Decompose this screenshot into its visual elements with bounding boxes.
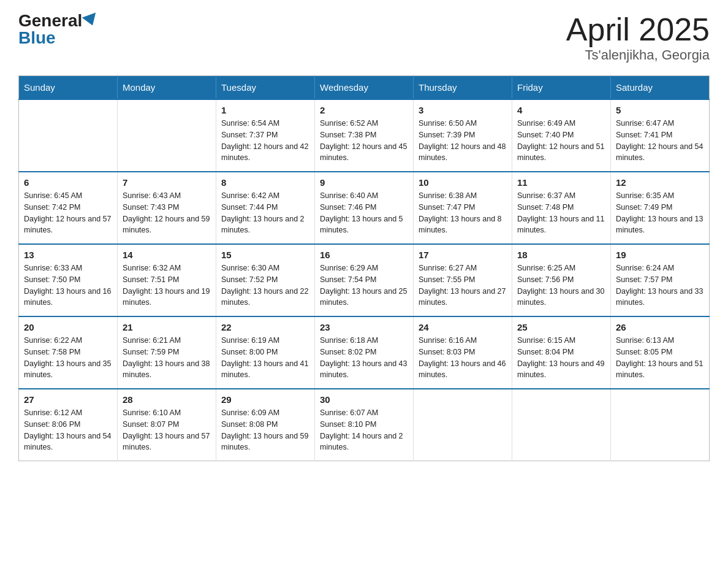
day-info: Sunrise: 6:35 AMSunset: 7:49 PMDaylight:… [616,190,704,236]
calendar-header-saturday: Saturday [611,76,710,100]
logo: General Blue [18,12,98,47]
day-info: Sunrise: 6:50 AMSunset: 7:39 PMDaylight:… [419,118,507,164]
calendar-cell: 10Sunrise: 6:38 AMSunset: 7:47 PMDayligh… [414,172,512,244]
day-number: 25 [517,322,605,332]
day-number: 28 [123,394,211,405]
day-number: 10 [419,177,507,188]
calendar-cell: 23Sunrise: 6:18 AMSunset: 8:02 PMDayligh… [315,316,414,389]
day-number: 13 [24,250,112,260]
calendar-cell: 27Sunrise: 6:12 AMSunset: 8:06 PMDayligh… [19,389,118,461]
calendar-cell: 9Sunrise: 6:40 AMSunset: 7:46 PMDaylight… [315,172,414,244]
day-info: Sunrise: 6:07 AMSunset: 8:10 PMDaylight:… [320,407,408,453]
calendar-header-monday: Monday [118,76,216,100]
day-number: 23 [320,322,408,332]
day-number: 30 [320,394,408,405]
page-header: General Blue April 2025 Ts'alenjikha, Ge… [18,12,710,63]
day-number: 29 [221,394,309,405]
day-number: 21 [123,322,211,332]
day-info: Sunrise: 6:54 AMSunset: 7:37 PMDaylight:… [221,118,309,164]
calendar-header-friday: Friday [512,76,611,100]
day-info: Sunrise: 6:10 AMSunset: 8:07 PMDaylight:… [123,407,211,453]
day-info: Sunrise: 6:25 AMSunset: 7:56 PMDaylight:… [517,262,605,308]
calendar-header-tuesday: Tuesday [216,76,315,100]
day-info: Sunrise: 6:22 AMSunset: 7:58 PMDaylight:… [24,335,112,381]
calendar-cell: 4Sunrise: 6:49 AMSunset: 7:40 PMDaylight… [512,99,611,172]
day-info: Sunrise: 6:16 AMSunset: 8:03 PMDaylight:… [419,335,507,381]
day-info: Sunrise: 6:32 AMSunset: 7:51 PMDaylight:… [123,262,211,308]
calendar-cell: 12Sunrise: 6:35 AMSunset: 7:49 PMDayligh… [611,172,710,244]
day-number: 8 [221,177,309,188]
calendar-header-sunday: Sunday [19,76,118,100]
calendar-cell: 25Sunrise: 6:15 AMSunset: 8:04 PMDayligh… [512,316,611,389]
calendar-week-row: 13Sunrise: 6:33 AMSunset: 7:50 PMDayligh… [19,244,710,316]
calendar-cell: 20Sunrise: 6:22 AMSunset: 7:58 PMDayligh… [19,316,118,389]
calendar-cell: 26Sunrise: 6:13 AMSunset: 8:05 PMDayligh… [611,316,710,389]
day-number: 16 [320,250,408,260]
calendar-cell: 18Sunrise: 6:25 AMSunset: 7:56 PMDayligh… [512,244,611,316]
calendar-cell: 29Sunrise: 6:09 AMSunset: 8:08 PMDayligh… [216,389,315,461]
calendar-cell: 8Sunrise: 6:42 AMSunset: 7:44 PMDaylight… [216,172,315,244]
calendar-cell: 16Sunrise: 6:29 AMSunset: 7:54 PMDayligh… [315,244,414,316]
day-number: 24 [419,322,507,332]
day-info: Sunrise: 6:37 AMSunset: 7:48 PMDaylight:… [517,190,605,236]
day-number: 14 [123,250,211,260]
page-subtitle: Ts'alenjikha, Georgia [566,47,710,63]
day-info: Sunrise: 6:30 AMSunset: 7:52 PMDaylight:… [221,262,309,308]
day-info: Sunrise: 6:49 AMSunset: 7:40 PMDaylight:… [517,118,605,164]
calendar-cell: 14Sunrise: 6:32 AMSunset: 7:51 PMDayligh… [118,244,216,316]
calendar-cell: 15Sunrise: 6:30 AMSunset: 7:52 PMDayligh… [216,244,315,316]
day-info: Sunrise: 6:09 AMSunset: 8:08 PMDaylight:… [221,407,309,453]
calendar-cell [19,99,118,172]
day-info: Sunrise: 6:18 AMSunset: 8:02 PMDaylight:… [320,335,408,381]
logo-blue: Blue [18,29,98,47]
day-info: Sunrise: 6:24 AMSunset: 7:57 PMDaylight:… [616,262,704,308]
calendar-cell: 2Sunrise: 6:52 AMSunset: 7:38 PMDaylight… [315,99,414,172]
day-info: Sunrise: 6:52 AMSunset: 7:38 PMDaylight:… [320,118,408,164]
day-info: Sunrise: 6:27 AMSunset: 7:55 PMDaylight:… [419,262,507,308]
title-block: April 2025 Ts'alenjikha, Georgia [566,12,710,63]
day-number: 2 [320,105,408,115]
calendar-cell: 24Sunrise: 6:16 AMSunset: 8:03 PMDayligh… [414,316,512,389]
day-info: Sunrise: 6:45 AMSunset: 7:42 PMDaylight:… [24,190,112,236]
calendar-table: SundayMondayTuesdayWednesdayThursdayFrid… [18,75,710,461]
calendar-cell [512,389,611,461]
calendar-cell: 30Sunrise: 6:07 AMSunset: 8:10 PMDayligh… [315,389,414,461]
day-number: 15 [221,250,309,260]
day-info: Sunrise: 6:47 AMSunset: 7:41 PMDaylight:… [616,118,704,164]
day-number: 26 [616,322,704,332]
day-number: 11 [517,177,605,188]
day-info: Sunrise: 6:42 AMSunset: 7:44 PMDaylight:… [221,190,309,236]
calendar-cell: 5Sunrise: 6:47 AMSunset: 7:41 PMDaylight… [611,99,710,172]
calendar-cell: 28Sunrise: 6:10 AMSunset: 8:07 PMDayligh… [118,389,216,461]
day-number: 1 [221,105,309,115]
day-number: 17 [419,250,507,260]
day-number: 3 [419,105,507,115]
day-number: 7 [123,177,211,188]
day-info: Sunrise: 6:29 AMSunset: 7:54 PMDaylight:… [320,262,408,308]
day-number: 18 [517,250,605,260]
day-info: Sunrise: 6:33 AMSunset: 7:50 PMDaylight:… [24,262,112,308]
calendar-header-row: SundayMondayTuesdayWednesdayThursdayFrid… [19,76,710,100]
calendar-cell: 7Sunrise: 6:43 AMSunset: 7:43 PMDaylight… [118,172,216,244]
day-info: Sunrise: 6:40 AMSunset: 7:46 PMDaylight:… [320,190,408,236]
calendar-week-row: 27Sunrise: 6:12 AMSunset: 8:06 PMDayligh… [19,389,710,461]
calendar-cell: 19Sunrise: 6:24 AMSunset: 7:57 PMDayligh… [611,244,710,316]
calendar-cell: 6Sunrise: 6:45 AMSunset: 7:42 PMDaylight… [19,172,118,244]
calendar-cell: 3Sunrise: 6:50 AMSunset: 7:39 PMDaylight… [414,99,512,172]
calendar-cell [414,389,512,461]
calendar-header-wednesday: Wednesday [315,76,414,100]
day-info: Sunrise: 6:43 AMSunset: 7:43 PMDaylight:… [123,190,211,236]
day-number: 4 [517,105,605,115]
day-info: Sunrise: 6:12 AMSunset: 8:06 PMDaylight:… [24,407,112,453]
calendar-header-thursday: Thursday [414,76,512,100]
calendar-cell: 1Sunrise: 6:54 AMSunset: 7:37 PMDaylight… [216,99,315,172]
day-number: 9 [320,177,408,188]
calendar-week-row: 6Sunrise: 6:45 AMSunset: 7:42 PMDaylight… [19,172,710,244]
day-number: 5 [616,105,704,115]
logo-general: General [18,12,82,29]
day-number: 12 [616,177,704,188]
day-info: Sunrise: 6:19 AMSunset: 8:00 PMDaylight:… [221,335,309,381]
day-info: Sunrise: 6:38 AMSunset: 7:47 PMDaylight:… [419,190,507,236]
day-number: 6 [24,177,112,188]
day-number: 19 [616,250,704,260]
